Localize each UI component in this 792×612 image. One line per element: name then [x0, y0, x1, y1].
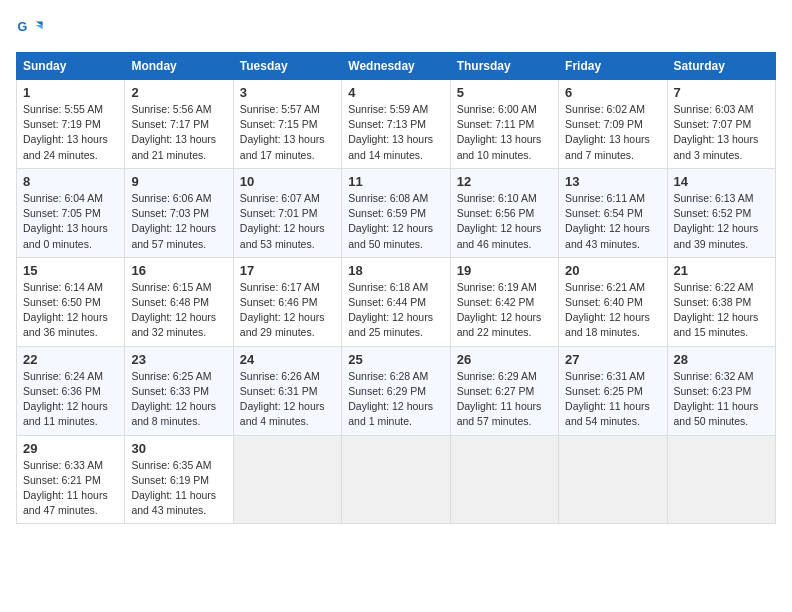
- day-number: 22: [23, 352, 118, 367]
- table-row: 27 Sunrise: 6:31 AMSunset: 6:25 PMDaylig…: [559, 346, 667, 435]
- day-info: Sunrise: 6:26 AMSunset: 6:31 PMDaylight:…: [240, 369, 335, 430]
- day-number: 14: [674, 174, 769, 189]
- table-row: 22 Sunrise: 6:24 AMSunset: 6:36 PMDaylig…: [17, 346, 125, 435]
- day-info: Sunrise: 6:14 AMSunset: 6:50 PMDaylight:…: [23, 280, 118, 341]
- table-row: [667, 435, 775, 524]
- table-row: 18 Sunrise: 6:18 AMSunset: 6:44 PMDaylig…: [342, 257, 450, 346]
- day-info: Sunrise: 6:18 AMSunset: 6:44 PMDaylight:…: [348, 280, 443, 341]
- day-number: 29: [23, 441, 118, 456]
- logo: G: [16, 16, 48, 44]
- logo-icon: G: [16, 16, 44, 44]
- day-number: 23: [131, 352, 226, 367]
- header: G: [16, 16, 776, 44]
- svg-text:G: G: [17, 20, 27, 34]
- day-info: Sunrise: 6:02 AMSunset: 7:09 PMDaylight:…: [565, 102, 660, 163]
- day-number: 26: [457, 352, 552, 367]
- day-info: Sunrise: 6:04 AMSunset: 7:05 PMDaylight:…: [23, 191, 118, 252]
- table-row: 4 Sunrise: 5:59 AMSunset: 7:13 PMDayligh…: [342, 80, 450, 169]
- day-number: 27: [565, 352, 660, 367]
- col-header-saturday: Saturday: [667, 53, 775, 80]
- table-row: 6 Sunrise: 6:02 AMSunset: 7:09 PMDayligh…: [559, 80, 667, 169]
- day-number: 30: [131, 441, 226, 456]
- day-number: 28: [674, 352, 769, 367]
- table-row: [342, 435, 450, 524]
- table-row: 16 Sunrise: 6:15 AMSunset: 6:48 PMDaylig…: [125, 257, 233, 346]
- day-info: Sunrise: 6:21 AMSunset: 6:40 PMDaylight:…: [565, 280, 660, 341]
- day-info: Sunrise: 6:13 AMSunset: 6:52 PMDaylight:…: [674, 191, 769, 252]
- day-info: Sunrise: 6:15 AMSunset: 6:48 PMDaylight:…: [131, 280, 226, 341]
- table-row: 8 Sunrise: 6:04 AMSunset: 7:05 PMDayligh…: [17, 168, 125, 257]
- day-info: Sunrise: 6:35 AMSunset: 6:19 PMDaylight:…: [131, 458, 226, 519]
- day-number: 25: [348, 352, 443, 367]
- day-number: 24: [240, 352, 335, 367]
- table-row: 17 Sunrise: 6:17 AMSunset: 6:46 PMDaylig…: [233, 257, 341, 346]
- day-number: 19: [457, 263, 552, 278]
- day-info: Sunrise: 6:10 AMSunset: 6:56 PMDaylight:…: [457, 191, 552, 252]
- day-info: Sunrise: 6:24 AMSunset: 6:36 PMDaylight:…: [23, 369, 118, 430]
- table-row: [233, 435, 341, 524]
- day-info: Sunrise: 6:25 AMSunset: 6:33 PMDaylight:…: [131, 369, 226, 430]
- table-row: 30 Sunrise: 6:35 AMSunset: 6:19 PMDaylig…: [125, 435, 233, 524]
- day-number: 10: [240, 174, 335, 189]
- table-row: 9 Sunrise: 6:06 AMSunset: 7:03 PMDayligh…: [125, 168, 233, 257]
- col-header-monday: Monday: [125, 53, 233, 80]
- day-info: Sunrise: 6:19 AMSunset: 6:42 PMDaylight:…: [457, 280, 552, 341]
- day-info: Sunrise: 5:57 AMSunset: 7:15 PMDaylight:…: [240, 102, 335, 163]
- day-info: Sunrise: 6:32 AMSunset: 6:23 PMDaylight:…: [674, 369, 769, 430]
- day-number: 13: [565, 174, 660, 189]
- day-info: Sunrise: 6:28 AMSunset: 6:29 PMDaylight:…: [348, 369, 443, 430]
- day-number: 16: [131, 263, 226, 278]
- table-row: 14 Sunrise: 6:13 AMSunset: 6:52 PMDaylig…: [667, 168, 775, 257]
- day-info: Sunrise: 6:17 AMSunset: 6:46 PMDaylight:…: [240, 280, 335, 341]
- day-number: 7: [674, 85, 769, 100]
- col-header-tuesday: Tuesday: [233, 53, 341, 80]
- day-number: 11: [348, 174, 443, 189]
- table-row: 11 Sunrise: 6:08 AMSunset: 6:59 PMDaylig…: [342, 168, 450, 257]
- table-row: [450, 435, 558, 524]
- table-row: [559, 435, 667, 524]
- table-row: 26 Sunrise: 6:29 AMSunset: 6:27 PMDaylig…: [450, 346, 558, 435]
- day-info: Sunrise: 5:56 AMSunset: 7:17 PMDaylight:…: [131, 102, 226, 163]
- col-header-thursday: Thursday: [450, 53, 558, 80]
- day-number: 18: [348, 263, 443, 278]
- day-info: Sunrise: 6:33 AMSunset: 6:21 PMDaylight:…: [23, 458, 118, 519]
- table-row: 2 Sunrise: 5:56 AMSunset: 7:17 PMDayligh…: [125, 80, 233, 169]
- day-number: 5: [457, 85, 552, 100]
- day-number: 21: [674, 263, 769, 278]
- day-info: Sunrise: 6:00 AMSunset: 7:11 PMDaylight:…: [457, 102, 552, 163]
- day-number: 17: [240, 263, 335, 278]
- table-row: 12 Sunrise: 6:10 AMSunset: 6:56 PMDaylig…: [450, 168, 558, 257]
- day-info: Sunrise: 6:03 AMSunset: 7:07 PMDaylight:…: [674, 102, 769, 163]
- day-number: 1: [23, 85, 118, 100]
- table-row: 24 Sunrise: 6:26 AMSunset: 6:31 PMDaylig…: [233, 346, 341, 435]
- svg-marker-2: [36, 25, 43, 29]
- day-number: 9: [131, 174, 226, 189]
- table-row: 13 Sunrise: 6:11 AMSunset: 6:54 PMDaylig…: [559, 168, 667, 257]
- table-row: 29 Sunrise: 6:33 AMSunset: 6:21 PMDaylig…: [17, 435, 125, 524]
- col-header-friday: Friday: [559, 53, 667, 80]
- day-number: 2: [131, 85, 226, 100]
- day-info: Sunrise: 6:11 AMSunset: 6:54 PMDaylight:…: [565, 191, 660, 252]
- table-row: 3 Sunrise: 5:57 AMSunset: 7:15 PMDayligh…: [233, 80, 341, 169]
- day-info: Sunrise: 6:29 AMSunset: 6:27 PMDaylight:…: [457, 369, 552, 430]
- day-info: Sunrise: 5:59 AMSunset: 7:13 PMDaylight:…: [348, 102, 443, 163]
- table-row: 10 Sunrise: 6:07 AMSunset: 7:01 PMDaylig…: [233, 168, 341, 257]
- day-info: Sunrise: 6:22 AMSunset: 6:38 PMDaylight:…: [674, 280, 769, 341]
- table-row: 7 Sunrise: 6:03 AMSunset: 7:07 PMDayligh…: [667, 80, 775, 169]
- table-row: 21 Sunrise: 6:22 AMSunset: 6:38 PMDaylig…: [667, 257, 775, 346]
- day-info: Sunrise: 6:08 AMSunset: 6:59 PMDaylight:…: [348, 191, 443, 252]
- day-info: Sunrise: 5:55 AMSunset: 7:19 PMDaylight:…: [23, 102, 118, 163]
- day-number: 3: [240, 85, 335, 100]
- table-row: 23 Sunrise: 6:25 AMSunset: 6:33 PMDaylig…: [125, 346, 233, 435]
- day-info: Sunrise: 6:07 AMSunset: 7:01 PMDaylight:…: [240, 191, 335, 252]
- col-header-wednesday: Wednesday: [342, 53, 450, 80]
- day-number: 6: [565, 85, 660, 100]
- table-row: 1 Sunrise: 5:55 AMSunset: 7:19 PMDayligh…: [17, 80, 125, 169]
- day-number: 4: [348, 85, 443, 100]
- day-info: Sunrise: 6:31 AMSunset: 6:25 PMDaylight:…: [565, 369, 660, 430]
- day-info: Sunrise: 6:06 AMSunset: 7:03 PMDaylight:…: [131, 191, 226, 252]
- day-number: 8: [23, 174, 118, 189]
- table-row: 19 Sunrise: 6:19 AMSunset: 6:42 PMDaylig…: [450, 257, 558, 346]
- day-number: 12: [457, 174, 552, 189]
- table-row: 20 Sunrise: 6:21 AMSunset: 6:40 PMDaylig…: [559, 257, 667, 346]
